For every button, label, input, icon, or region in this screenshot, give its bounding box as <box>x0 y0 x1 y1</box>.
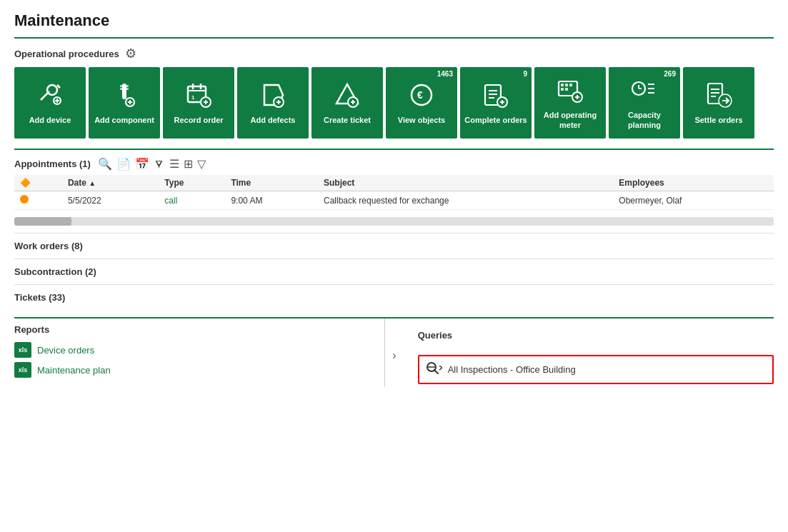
row-status <box>14 191 62 210</box>
appt-table-header-row: 🔶 Date ▲ Type Time Subject Employees <box>14 175 774 191</box>
sort-arrow-icon: ▲ <box>89 179 96 187</box>
expand-reports-icon[interactable]: › <box>385 324 403 387</box>
col-date[interactable]: Date ▲ <box>62 175 159 191</box>
tile-settle-orders-label: Settle orders <box>694 116 742 125</box>
calendar-plus-icon: 1 <box>184 81 213 113</box>
tile-add-component[interactable]: Add component <box>89 67 160 139</box>
svg-rect-6 <box>120 85 129 87</box>
svg-point-0 <box>47 85 57 95</box>
col-subject[interactable]: Subject <box>318 175 613 191</box>
tile-complete-orders[interactable]: 9 Complete orders <box>460 67 532 139</box>
meter-plus-icon <box>556 76 584 108</box>
calendar-icon[interactable]: 📅 <box>135 157 149 171</box>
col-employees[interactable]: Employees <box>613 175 774 191</box>
row-time: 9:00 AM <box>225 191 318 210</box>
wrench-plus-icon <box>36 81 64 113</box>
report-item-device-orders: xls Device orders <box>14 342 370 358</box>
subcontraction-title: Subcontraction (2) <box>14 266 96 277</box>
reports-column: Reports xls Device orders xls Maintenanc… <box>14 318 385 387</box>
maintenance-plan-link[interactable]: Maintenance plan <box>37 365 111 376</box>
tile-settle-orders[interactable]: Settle orders <box>683 67 754 139</box>
tile-complete-orders-label: Complete orders <box>464 116 527 125</box>
tile-create-ticket[interactable]: Create ticket <box>311 67 383 139</box>
svg-rect-37 <box>565 84 568 86</box>
report-item-maintenance-plan: xls Maintenance plan <box>14 362 370 378</box>
title-divider <box>14 37 774 39</box>
device-orders-link[interactable]: Device orders <box>37 345 94 356</box>
row-type-link[interactable]: call <box>164 196 177 206</box>
grid-icon[interactable]: ⊞ <box>184 157 193 171</box>
reports-title: Reports <box>14 324 370 335</box>
list-icon[interactable]: ☰ <box>169 157 179 171</box>
tickets-section[interactable]: Tickets (33) <box>14 284 774 310</box>
appointments-section: Appointments (1) 🔍 📄 📅 ⛛ ☰ ⊞ ▽ 🔶 Date ▲ … <box>14 157 774 210</box>
doc-arrow-icon <box>704 81 733 113</box>
funnel-icon[interactable]: ▽ <box>197 157 206 171</box>
search-doc-icon[interactable]: 🔍 <box>98 157 112 171</box>
tile-add-operating-meter[interactable]: Add operating meter <box>534 67 606 139</box>
new-doc-icon[interactable]: 📄 <box>116 157 131 171</box>
svg-rect-40 <box>565 88 568 91</box>
svg-text:€: € <box>417 89 423 101</box>
appt-title: Appointments (1) <box>14 159 91 169</box>
tile-create-ticket-label: Create ticket <box>324 116 371 125</box>
triangle-plus-icon <box>333 81 361 113</box>
tile-add-device[interactable]: Add device <box>14 67 86 139</box>
appt-toolbar: 🔍 📄 📅 ⛛ ☰ ⊞ ▽ <box>98 157 206 171</box>
tag-plus-icon <box>259 81 287 113</box>
tile-add-defects-label: Add defects <box>251 116 296 125</box>
col-status: 🔶 <box>14 175 62 191</box>
tile-record-order-label: Record order <box>174 116 223 125</box>
op-header: Operational procedures ⚙ <box>14 46 774 61</box>
svg-text:1: 1 <box>191 94 195 101</box>
page-container: Maintenance Operational procedures ⚙ <box>0 0 788 398</box>
status-dot <box>20 195 29 204</box>
tile-add-device-label: Add device <box>29 116 71 125</box>
work-orders-title: Work orders (8) <box>14 241 83 251</box>
tickets-title: Tickets (33) <box>14 292 65 303</box>
tile-add-operating-meter-label: Add operating meter <box>539 111 602 129</box>
bottom-section: Reports xls Device orders xls Maintenanc… <box>14 317 774 387</box>
svg-line-57 <box>434 370 438 373</box>
tile-capacity-planning[interactable]: 269 Capacity planning <box>609 67 680 139</box>
tile-record-order[interactable]: 1 Record order <box>163 67 234 139</box>
tile-add-component-label: Add component <box>94 116 154 125</box>
status-dot-header: 🔶 <box>20 178 31 188</box>
subcontraction-section[interactable]: Subcontraction (2) <box>14 259 774 284</box>
svg-rect-7 <box>120 88 129 90</box>
svg-rect-36 <box>561 84 564 86</box>
svg-rect-38 <box>569 84 572 86</box>
tile-view-objects-label: View objects <box>398 116 445 125</box>
appointments-table: 🔶 Date ▲ Type Time Subject Employees 5/5… <box>14 175 774 210</box>
filter-icon[interactable]: ⛛ <box>154 158 165 171</box>
query-label: All Inspections - Office Building <box>448 364 576 375</box>
xls-icon-2: xls <box>14 362 31 378</box>
gear-icon[interactable]: ⚙ <box>125 46 136 61</box>
tile-capacity-planning-badge: 269 <box>664 70 676 78</box>
table-row: 5/5/2022 call 9:00 AM Callback requested… <box>14 191 774 210</box>
svg-rect-39 <box>561 88 564 91</box>
row-subject: Callback requested for exchange <box>318 191 613 210</box>
horizontal-scrollbar[interactable] <box>14 217 774 226</box>
scroll-thumb[interactable] <box>14 217 71 226</box>
query-search-icon <box>425 361 442 378</box>
row-date: 5/5/2022 <box>62 191 159 210</box>
queries-column: Queries All Inspections - Office Buildin… <box>404 318 774 387</box>
queries-title: Queries <box>418 330 452 341</box>
xls-icon: xls <box>14 342 31 358</box>
queries-header: Queries <box>418 324 774 348</box>
appt-header: Appointments (1) 🔍 📄 📅 ⛛ ☰ ⊞ ▽ <box>14 157 774 171</box>
query-item-all-inspections[interactable]: All Inspections - Office Building <box>418 355 774 384</box>
work-orders-section[interactable]: Work orders (8) <box>14 233 774 259</box>
euro-circle-icon: € <box>407 81 436 113</box>
tile-view-objects-badge: 1463 <box>437 70 453 78</box>
col-time[interactable]: Time <box>225 175 318 191</box>
tile-capacity-planning-label: Capacity planning <box>613 111 676 129</box>
tile-view-objects[interactable]: 1463 € View objects <box>386 67 457 139</box>
tile-add-defects[interactable]: Add defects <box>237 67 309 139</box>
operational-procedures-section: Operational procedures ⚙ Add device <box>14 46 774 139</box>
col-type[interactable]: Type <box>159 175 225 191</box>
screw-plus-icon <box>110 81 139 113</box>
row-type[interactable]: call <box>159 191 225 210</box>
op-title: Operational procedures <box>14 49 119 59</box>
